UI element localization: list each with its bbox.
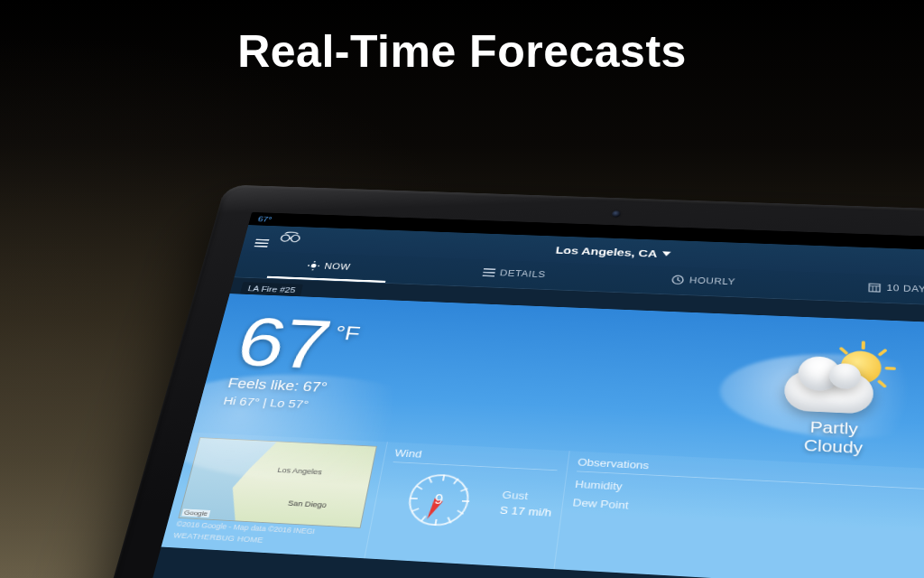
location-label: Los Angeles, CA bbox=[555, 244, 658, 259]
tab-tenday-label: 10 DAY bbox=[886, 284, 924, 294]
svg-rect-11 bbox=[870, 284, 881, 292]
location-selector[interactable]: Los Angeles, CA bbox=[555, 244, 671, 259]
map-panel[interactable]: Los Angeles San Diego Google ©2016 Googl… bbox=[162, 433, 388, 559]
wind-speed: 9 bbox=[404, 473, 473, 527]
obs-dewpoint-label: Dew Point bbox=[572, 497, 642, 512]
app-screen: 67° bbox=[131, 212, 924, 578]
hamburger-icon[interactable] bbox=[254, 239, 270, 247]
condition-line2: Cloudy bbox=[781, 435, 886, 459]
svg-point-1 bbox=[291, 235, 300, 242]
list-icon bbox=[482, 268, 495, 276]
calendar-icon bbox=[869, 283, 882, 293]
current-conditions-panel: 3:19 PM 67 °F Feels like: 67° Hi 67° | L… bbox=[162, 294, 924, 578]
feels-like: Feels like: 67° bbox=[226, 376, 350, 396]
temperature-unit: °F bbox=[333, 322, 363, 345]
svg-point-2 bbox=[310, 264, 317, 268]
map-city-la: Los Angeles bbox=[277, 466, 323, 476]
wind-panel: Wind bbox=[365, 443, 569, 570]
current-temperature-block: 67 °F Feels like: 67° Hi 67° | Lo 57° bbox=[222, 312, 363, 412]
app-logo-icon[interactable] bbox=[277, 231, 302, 247]
sun-icon bbox=[307, 261, 320, 271]
temperature-value: 67 bbox=[232, 312, 334, 374]
header-left bbox=[254, 230, 303, 248]
tab-tenday[interactable]: 10 DAY bbox=[799, 272, 924, 307]
obs-humidity-value bbox=[651, 482, 652, 494]
map-thumbnail[interactable]: Los Angeles San Diego Google bbox=[178, 437, 377, 528]
wind-compass: 9 bbox=[404, 473, 473, 527]
tab-hourly[interactable]: HOURLY bbox=[606, 265, 800, 300]
svg-rect-7 bbox=[484, 268, 495, 270]
partly-cloudy-icon bbox=[783, 348, 887, 415]
chevron-down-icon bbox=[662, 251, 671, 256]
tab-now[interactable]: NOW bbox=[235, 250, 424, 284]
wind-title: Wind bbox=[393, 447, 559, 471]
tab-hourly-label: HOURLY bbox=[688, 275, 735, 287]
obs-humidity-label: Humidity bbox=[574, 478, 642, 493]
tab-now-label: NOW bbox=[323, 262, 351, 272]
svg-point-0 bbox=[281, 235, 291, 242]
tab-details-label: DETAILS bbox=[499, 268, 546, 279]
obs-dewpoint-value bbox=[650, 500, 651, 512]
map-city-sd: San Diego bbox=[287, 499, 328, 508]
observations-panel: Observations Humidity Dew Point bbox=[555, 451, 924, 578]
tablet-frame: 67° bbox=[80, 184, 924, 578]
gust-value: S 17 mi/h bbox=[499, 504, 552, 518]
promo-headline: Real-Time Forecasts bbox=[0, 25, 924, 78]
hi-lo: Hi 67° | Lo 57° bbox=[222, 394, 346, 412]
map-brand: Google bbox=[181, 509, 210, 518]
status-temp: 67° bbox=[257, 215, 273, 223]
svg-rect-8 bbox=[483, 272, 494, 274]
svg-rect-9 bbox=[482, 275, 494, 277]
condition-block: Partly Cloudy bbox=[781, 348, 887, 459]
clock-icon bbox=[671, 275, 685, 284]
tab-details[interactable]: DETAILS bbox=[419, 257, 610, 292]
gust-label: Gust bbox=[502, 489, 529, 502]
